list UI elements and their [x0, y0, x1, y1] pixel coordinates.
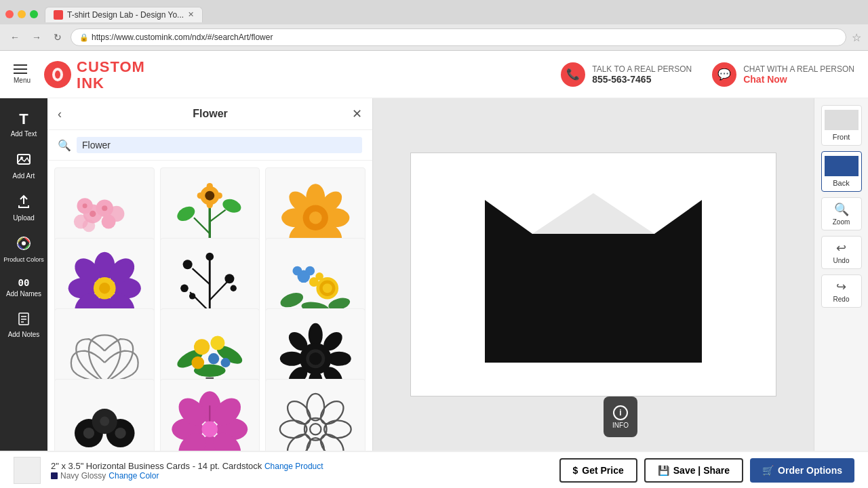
zoom-label: Zoom	[833, 218, 850, 226]
sidebar-item-add-notes[interactable]: Add Notes	[0, 306, 47, 344]
talk-area: 📞 TALK TO A REAL PERSON 855-563-7465	[561, 62, 692, 87]
chat-now-button[interactable]: Chat Now	[743, 74, 854, 85]
product-name: 2" x 3.5" Horizontal Business Cards - 14…	[51, 461, 549, 471]
forward-nav-button[interactable]: →	[28, 30, 45, 44]
sidebar-item-label: Add Text	[11, 130, 37, 138]
save-share-button[interactable]: 💾 Save | Share	[644, 458, 743, 483]
text-icon: T	[19, 110, 28, 128]
art-item-outlined-flower[interactable]	[265, 379, 366, 451]
sidebar-item-label: Add Notes	[8, 331, 40, 338]
url-text: https://www.customink.com/ndx/#/searchAr…	[92, 33, 273, 42]
change-color-link[interactable]: Change Color	[108, 471, 159, 481]
sidebar-item-add-text[interactable]: T Add Text	[0, 105, 47, 143]
svg-point-19	[102, 205, 107, 211]
sidebar-item-label: Product Colors	[3, 256, 44, 263]
close-window-button[interactable]	[5, 10, 14, 18]
get-price-button[interactable]: $ Get Price	[559, 458, 637, 483]
fullscreen-window-button[interactable]	[30, 10, 38, 18]
logo-ink: INK	[77, 76, 145, 91]
svg-point-97	[115, 427, 125, 438]
svg-marker-122	[532, 193, 654, 234]
svg-point-77	[211, 336, 225, 350]
svg-point-96	[83, 427, 94, 438]
svg-point-76	[194, 339, 210, 354]
svg-point-114	[317, 396, 348, 428]
info-button[interactable]: i INFO	[604, 396, 637, 437]
art-item-black-flowers[interactable]	[54, 379, 155, 451]
svg-line-53	[210, 282, 227, 300]
svg-point-16	[82, 219, 95, 232]
sidebar-item-add-art[interactable]: Add Art	[0, 146, 47, 185]
bottom-bar: 2" x 3.5" Horizontal Business Cards - 14…	[0, 451, 868, 488]
sidebar-item-add-names[interactable]: 00 Add Names	[0, 272, 47, 303]
svg-point-63	[305, 266, 315, 275]
order-icon: 🛒	[762, 465, 774, 476]
tab-close-button[interactable]: ✕	[188, 10, 194, 19]
info-icon: i	[613, 405, 628, 420]
sidebar-item-label: Add Names	[6, 290, 41, 298]
svg-point-26	[205, 190, 214, 200]
search-input[interactable]	[77, 137, 362, 153]
svg-point-55	[183, 260, 193, 269]
svg-point-57	[189, 293, 195, 299]
logo[interactable]: CUSTOM INK	[44, 58, 145, 91]
menu-button[interactable]: Menu	[14, 64, 31, 84]
notes-icon	[17, 312, 31, 329]
chat-label: CHAT WITH A REAL PERSON	[743, 64, 854, 74]
front-view-button[interactable]: Front	[821, 105, 862, 146]
sidebar-item-product-colors[interactable]: Product Colors	[0, 230, 47, 268]
art-panel: ‹ Flower ✕ 🔍	[47, 98, 373, 451]
svg-point-58	[225, 274, 235, 283]
color-name: Navy Glossy	[60, 471, 106, 481]
menu-icon	[14, 64, 27, 66]
chat-text: CHAT WITH A REAL PERSON Chat Now	[743, 64, 854, 85]
close-panel-button[interactable]: ✕	[352, 106, 362, 121]
colors-icon	[16, 236, 31, 254]
svg-point-50	[99, 283, 110, 293]
back-button[interactable]: ‹	[58, 107, 62, 121]
chat-area: 💬 CHAT WITH A REAL PERSON Chat Now	[712, 62, 854, 87]
canvas-area: i INFO	[373, 98, 814, 451]
undo-label: Undo	[833, 257, 850, 264]
art-item-pink-hibiscus[interactable]	[160, 379, 260, 451]
svg-point-60	[206, 252, 214, 260]
chat-icon: 💬	[712, 62, 736, 87]
price-icon: $	[573, 465, 578, 476]
svg-point-113	[283, 396, 315, 428]
art-grid	[47, 161, 372, 451]
back-view-button[interactable]: Back	[821, 151, 862, 192]
svg-point-116	[317, 430, 348, 451]
svg-point-30	[207, 202, 213, 208]
change-product-link[interactable]: Change Product	[264, 462, 323, 471]
tab-bar: T-shirt Design Lab - Design Yo... ✕	[0, 0, 868, 24]
svg-line-21	[194, 218, 210, 233]
back-nav-button[interactable]: ←	[7, 30, 23, 44]
order-options-button[interactable]: 🛒 Order Options	[750, 458, 854, 483]
phone-number[interactable]: 855-563-7465	[592, 74, 692, 85]
zoom-button[interactable]: 🔍 Zoom	[821, 197, 862, 230]
svg-point-71	[315, 272, 323, 281]
reload-button[interactable]: ↻	[50, 30, 65, 44]
svg-point-40	[309, 211, 322, 224]
svg-point-15	[101, 214, 115, 228]
logo-custom: CUSTOM	[77, 58, 145, 76]
search-icon: 🔍	[58, 139, 71, 152]
redo-button[interactable]: ↪ Redo	[821, 274, 862, 308]
browser-tab[interactable]: T-shirt Design Lab - Design Yo... ✕	[45, 7, 203, 22]
svg-point-67	[279, 290, 305, 310]
tab-favicon	[54, 10, 63, 20]
bookmark-button[interactable]: ☆	[852, 31, 861, 44]
svg-point-56	[180, 284, 189, 292]
svg-point-27	[197, 192, 203, 199]
svg-point-79	[208, 353, 219, 364]
header-right: 📞 TALK TO A REAL PERSON 855-563-7465 💬 C…	[561, 62, 854, 87]
phone-icon: 📞	[561, 62, 585, 87]
url-bar[interactable]: 🔒 https://www.customink.com/ndx/#/search…	[71, 28, 846, 46]
browser-chrome: T-shirt Design Lab - Design Yo... ✕ ← → …	[0, 0, 868, 51]
undo-button[interactable]: ↩ Undo	[821, 236, 862, 269]
svg-point-92	[309, 352, 322, 365]
search-bar: 🔍	[47, 130, 372, 161]
svg-point-5	[22, 241, 26, 245]
minimize-window-button[interactable]	[18, 10, 26, 18]
sidebar-item-upload[interactable]: Upload	[0, 188, 47, 227]
